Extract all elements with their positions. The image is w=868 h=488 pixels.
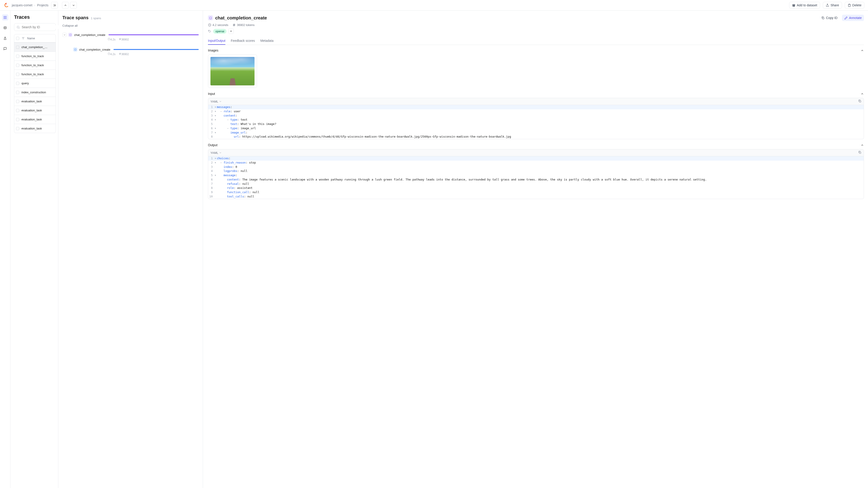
row-checkbox[interactable]: [16, 64, 19, 67]
span-tokens: 36902: [121, 38, 129, 41]
trace-row[interactable]: function_to_track: [14, 70, 56, 78]
traces-panel: Traces Name chat_completion_… function_t…: [10, 11, 58, 488]
trace-row[interactable]: query: [14, 78, 56, 88]
filter-icon[interactable]: [22, 37, 25, 40]
trace-row[interactable]: function_to_track: [14, 61, 56, 70]
spans-count: 1 spans: [91, 17, 101, 20]
trace-name: function_to_track: [22, 55, 44, 58]
breadcrumb-owner[interactable]: jacques-comet: [12, 3, 32, 7]
copy-input-button[interactable]: [858, 99, 862, 103]
trace-row[interactable]: evaluation_task: [14, 115, 56, 124]
trace-row[interactable]: function_to_track: [14, 52, 56, 61]
chevron-down-icon: [219, 100, 222, 103]
row-checkbox[interactable]: [16, 82, 19, 85]
detail-panel: chat_completion_create Copy ID Annotate …: [203, 11, 868, 488]
row-checkbox[interactable]: [16, 127, 19, 130]
input-code-header: YAML: [208, 98, 864, 105]
hash-icon: [119, 53, 121, 55]
chevron-up-icon: [861, 143, 864, 147]
trace-row[interactable]: evaluation_task: [14, 106, 56, 115]
tree-toggle[interactable]: [62, 33, 66, 37]
span-row[interactable]: chat_completion_create 4.2s 36902: [62, 31, 199, 44]
trace-name: evaluation_task: [22, 100, 42, 103]
chevron-right-icon: ›: [34, 3, 35, 7]
row-checkbox[interactable]: [16, 100, 19, 103]
span-duration: 4.2s: [110, 53, 116, 56]
detail-title: chat_completion_create: [215, 15, 817, 21]
tab-input-output[interactable]: Input/Output: [208, 37, 225, 45]
collapse-all-button[interactable]: Collapse all: [62, 24, 199, 27]
hash-icon: [119, 38, 121, 40]
add-tag-button[interactable]: [228, 29, 234, 34]
traces-title: Traces: [14, 14, 56, 20]
tab-feedback[interactable]: Feedback scores: [231, 37, 255, 45]
clock-icon: [107, 53, 110, 55]
row-checkbox[interactable]: [16, 109, 19, 112]
span-tokens: 36902: [121, 53, 129, 56]
trace-row[interactable]: evaluation_task: [14, 97, 56, 106]
dataset-icon: [792, 4, 796, 7]
svg-rect-3: [4, 16, 5, 17]
annotate-button[interactable]: Annotate: [842, 15, 864, 21]
trace-row[interactable]: chat_completion_…: [14, 42, 56, 52]
copy-output-button[interactable]: [858, 151, 862, 155]
name-column-header: Name: [27, 37, 35, 40]
span-name: chat_completion_create: [79, 48, 110, 51]
annotate-label: Annotate: [849, 16, 862, 20]
add-to-dataset-button[interactable]: Add to dataset: [789, 2, 820, 8]
tag-icon: [208, 30, 211, 33]
image-thumbnail: [211, 57, 254, 86]
select-all-checkbox[interactable]: [16, 37, 19, 40]
detail-tabs: Input/Output Feedback scores Metadata: [208, 37, 864, 45]
trace-row[interactable]: evaluation_task: [14, 124, 56, 133]
pencil-icon: [844, 16, 848, 20]
nav-up-button[interactable]: [62, 2, 69, 8]
nav-datasets[interactable]: [2, 25, 8, 31]
delete-label: Delete: [852, 3, 862, 7]
spans-panel: Trace spans 1 spans Collapse all chat_co…: [58, 11, 203, 488]
row-checkbox[interactable]: [16, 46, 19, 49]
images-section-header[interactable]: Images: [208, 48, 864, 52]
span-name: chat_completion_create: [74, 33, 105, 37]
spans-title: Trace spans: [62, 15, 89, 20]
images-label: Images: [208, 48, 218, 52]
tab-metadata[interactable]: Metadata: [260, 37, 274, 45]
span-type-icon: [68, 33, 72, 37]
svg-point-11: [74, 48, 76, 50]
search-box[interactable]: [14, 23, 56, 31]
nav-feedback[interactable]: [2, 45, 8, 52]
trace-name: chat_completion_…: [22, 45, 48, 49]
clock-icon: [107, 38, 110, 40]
svg-rect-2: [793, 6, 795, 6]
nav-experiments[interactable]: [2, 35, 8, 41]
copy-id-button[interactable]: Copy ID: [819, 15, 840, 21]
trace-row[interactable]: index_construction: [14, 88, 56, 97]
nav-down-button[interactable]: [70, 2, 77, 8]
delete-button[interactable]: Delete: [845, 2, 864, 8]
tag-chip[interactable]: openai: [213, 29, 226, 34]
svg-rect-14: [823, 18, 824, 19]
input-section-header[interactable]: Input: [208, 92, 864, 96]
row-checkbox[interactable]: [16, 91, 19, 94]
row-checkbox[interactable]: [16, 73, 19, 76]
span-type-badge: [208, 15, 213, 20]
topbar: jacques-comet › Projects Add to dataset …: [0, 0, 868, 11]
span-row[interactable]: chat_completion_create 4.2s 36902: [73, 46, 199, 59]
row-checkbox[interactable]: [16, 55, 19, 58]
output-section-header[interactable]: Output: [208, 143, 864, 147]
format-selector[interactable]: YAML: [211, 100, 222, 103]
share-button[interactable]: Share: [823, 2, 842, 8]
input-code: 1▾messages: 2▾ - role: user 3▾ content: …: [208, 105, 864, 139]
expand-button[interactable]: [51, 2, 58, 8]
svg-rect-9: [69, 34, 71, 35]
trace-name: evaluation_task: [22, 118, 42, 121]
svg-point-8: [17, 26, 19, 28]
search-input[interactable]: [22, 25, 61, 29]
row-checkbox[interactable]: [16, 118, 19, 121]
format-selector[interactable]: YAML: [211, 151, 222, 155]
nav-traces[interactable]: [2, 14, 8, 21]
image-card[interactable]: [208, 55, 257, 88]
breadcrumb-projects[interactable]: Projects: [37, 3, 49, 7]
detail-duration: 4.2 seconds: [213, 23, 228, 27]
span-duration: 4.2s: [110, 38, 116, 41]
